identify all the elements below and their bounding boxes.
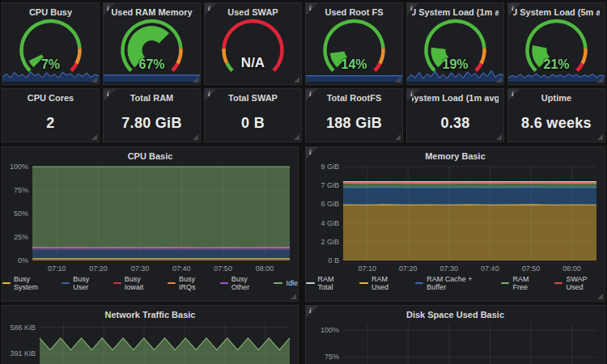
svg-text:75%: 75%	[14, 186, 28, 194]
memory-basic-chart[interactable]: 0 B2 GiB4 GiB6 GiB7 GiB9 GiB07:1007:2007…	[309, 162, 603, 275]
svg-text:391 KiB: 391 KiB	[10, 349, 36, 358]
resize-handle[interactable]	[91, 134, 97, 140]
panel-used-ram: i Used RAM Memory 67%	[103, 2, 201, 85]
svg-text:08:00: 08:00	[562, 265, 581, 273]
resize-handle[interactable]	[496, 134, 502, 140]
resize-handle[interactable]	[193, 77, 198, 83]
panel-title[interactable]: CPU Basic	[7, 150, 293, 162]
panel-title[interactable]: CPU Cores	[7, 92, 94, 104]
panel-load-1m: i CPU System Load (1m avg) 19%	[406, 2, 504, 85]
resize-handle[interactable]	[597, 77, 603, 83]
panel-memory-basic: i Memory Basic 0 B2 GiB4 GiB6 GiB7 GiB9 …	[305, 146, 605, 302]
svg-text:586 KiB: 586 KiB	[10, 324, 36, 332]
legend-label: RAM Cache + Buffer	[427, 275, 491, 291]
resize-handle[interactable]	[496, 77, 502, 83]
panel-title[interactable]: System Load (1m avg)	[412, 92, 499, 104]
legend-swatch-icon	[415, 282, 424, 284]
legend-swatch-icon	[113, 282, 121, 284]
legend-item[interactable]: Busy Iowait	[113, 275, 158, 291]
info-icon[interactable]: i	[508, 89, 520, 101]
legend-swatch-icon	[274, 282, 282, 284]
legend-item[interactable]: Busy Other	[220, 275, 265, 291]
info-icon[interactable]: i	[407, 89, 419, 101]
svg-text:9 GiB: 9 GiB	[320, 163, 339, 171]
svg-text:0%: 0%	[18, 256, 28, 265]
svg-text:100%: 100%	[10, 163, 28, 171]
panel-cpu-busy: CPU Busy 7%	[2, 2, 100, 85]
stat-value: 2	[2, 115, 99, 132]
panel-total-rootfs: i Total RootFS 188 GiB	[305, 88, 403, 142]
svg-text:07:40: 07:40	[172, 265, 191, 273]
resize-handle[interactable]	[91, 77, 97, 83]
panel-total-swap: i Total SWAP 0 B	[204, 88, 302, 142]
legend-swatch-icon	[359, 282, 368, 284]
panel-cpu-basic: CPU Basic 0%25%50%75%100%07:1007:2007:30…	[2, 146, 299, 302]
disk-space-chart[interactable]: 75%100%	[309, 318, 603, 364]
legend-label: Busy User	[73, 275, 103, 291]
info-icon[interactable]: i	[306, 147, 318, 159]
panel-network-traffic: Network Traffic Basic 195 KiB391 KiB586 …	[2, 305, 299, 364]
svg-text:4 GiB: 4 GiB	[320, 219, 339, 227]
legend-label: Busy Iowait	[125, 275, 159, 291]
gauge-value: 14%	[306, 57, 402, 72]
svg-text:08:00: 08:00	[256, 265, 274, 273]
legend-label: RAM Free	[512, 275, 544, 291]
resize-handle[interactable]	[294, 77, 299, 83]
svg-text:07:40: 07:40	[481, 265, 499, 273]
stat-value: 188 GiB	[306, 115, 402, 132]
legend-swatch-icon	[2, 282, 11, 284]
svg-text:07:30: 07:30	[440, 265, 459, 273]
gauge-value: N/A	[205, 55, 301, 71]
gauge-value: 7%	[2, 57, 99, 72]
legend-swatch-icon	[554, 282, 563, 284]
panel-used-rootfs: i Used Root FS 14%	[305, 2, 403, 85]
info-icon[interactable]: i	[205, 3, 217, 15]
info-icon[interactable]: i	[306, 89, 318, 101]
info-icon[interactable]: i	[104, 89, 116, 101]
legend-item[interactable]: RAM Total	[306, 275, 350, 291]
resize-handle[interactable]	[193, 134, 198, 140]
svg-text:07:20: 07:20	[399, 265, 418, 273]
svg-text:07:10: 07:10	[358, 265, 376, 273]
panel-title[interactable]: Total SWAP	[210, 92, 296, 104]
legend-label: Busy IRQs	[179, 275, 210, 291]
resize-handle[interactable]	[597, 134, 603, 140]
resize-handle[interactable]	[294, 134, 299, 140]
info-icon[interactable]: i	[407, 3, 419, 15]
panel-load-5m: i CPU System Load (5m avg) 21%	[507, 2, 605, 85]
panel-title[interactable]: Total RAM	[108, 92, 195, 104]
info-icon[interactable]: i	[205, 89, 217, 101]
legend-item[interactable]: Busy User	[62, 275, 103, 291]
info-icon[interactable]: i	[508, 3, 520, 15]
resize-handle[interactable]	[395, 134, 401, 140]
legend-label: Idle	[286, 279, 298, 287]
stat-value: 7.80 GiB	[104, 115, 200, 132]
legend-item[interactable]: Busy System	[2, 275, 52, 291]
cpu-basic-chart[interactable]: 0%25%50%75%100%07:1007:2007:3007:4007:50…	[6, 162, 296, 275]
info-icon[interactable]: i	[306, 306, 318, 318]
panel-uptime: i Uptime 8.6 weeks	[507, 88, 605, 142]
gauge-value: 67%	[104, 57, 200, 72]
network-traffic-chart[interactable]: 195 KiB391 KiB586 KiB	[6, 318, 296, 364]
resize-handle[interactable]	[395, 77, 401, 83]
panel-title[interactable]: Memory Basic	[311, 150, 600, 162]
resize-handle[interactable]	[597, 294, 603, 299]
panel-title[interactable]: Uptime	[513, 92, 600, 104]
legend-item[interactable]: RAM Cache + Buffer	[415, 275, 491, 291]
svg-text:07:50: 07:50	[214, 265, 232, 273]
legend-item[interactable]: Busy IRQs	[168, 275, 210, 291]
info-icon[interactable]: i	[306, 3, 318, 15]
legend-item[interactable]: RAM Used	[359, 275, 405, 291]
cpu-basic-legend: Busy SystemBusy UserBusy IowaitBusy IRQs…	[2, 277, 298, 290]
panel-title[interactable]: Total RootFS	[311, 92, 397, 104]
legend-item[interactable]: Idle	[274, 279, 298, 287]
legend-item[interactable]: SWAP Used	[554, 275, 605, 291]
gauge-value: 19%	[407, 57, 503, 72]
svg-text:0 B: 0 B	[328, 256, 339, 265]
panel-cpu-cores: CPU Cores 2	[2, 88, 100, 142]
legend-label: SWAP Used	[566, 275, 605, 291]
legend-item[interactable]: RAM Free	[501, 275, 545, 291]
info-icon[interactable]: i	[104, 3, 116, 15]
svg-text:07:20: 07:20	[89, 265, 108, 273]
resize-handle[interactable]	[291, 294, 296, 299]
